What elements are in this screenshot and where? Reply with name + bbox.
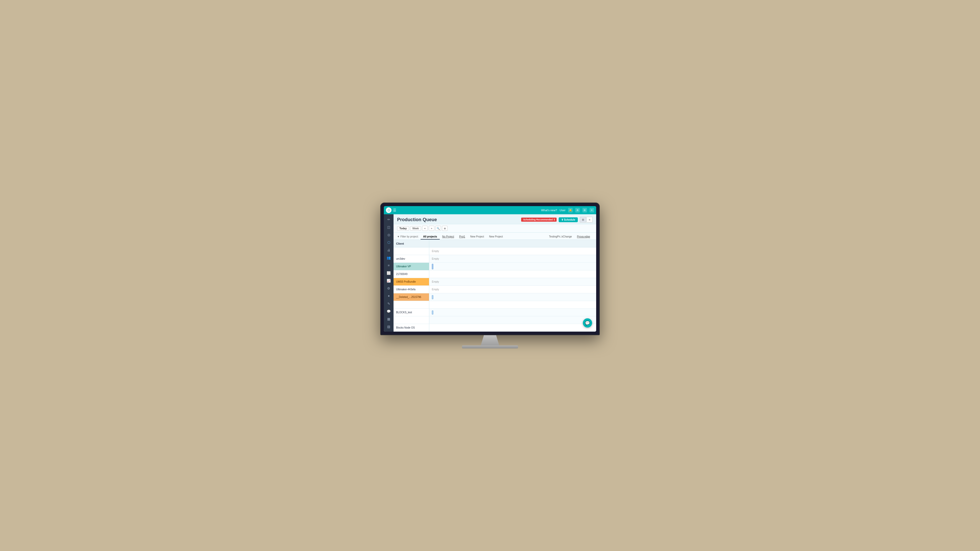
monitor-base — [462, 345, 518, 348]
bell-icon[interactable]: 🔔 — [568, 208, 573, 213]
sidebar: ✏ ◫ ◎ ⬡ 🖨 👥 ≡ ⬜ 📈 ⚙ ✦ ✎ 💬 ▦ ▧ — [384, 214, 393, 332]
client-cell-um3dev: um3dev — [393, 255, 429, 263]
filter-icon: ▼ — [397, 235, 400, 238]
sidebar-item-bar2[interactable]: ▧ — [385, 324, 392, 330]
data-cell-11 — [429, 324, 596, 332]
sidebar-item-pen[interactable]: ✎ — [385, 300, 392, 306]
data-cell-bar-2 — [429, 293, 596, 301]
whats-new-link[interactable]: What's new? — [541, 209, 557, 212]
view-toggle: ⊞ ≡ — [580, 217, 593, 222]
data-cell-5: Empty — [429, 278, 596, 286]
scheduling-recommended-badge[interactable]: Scheduling Recommended ℹ — [521, 218, 557, 222]
client-cell-ums5: UMS5 ProBundle — [393, 278, 429, 286]
sidebar-item-list[interactable]: ≡ — [385, 262, 392, 268]
filter-button[interactable]: ⊗ — [442, 226, 448, 231]
client-cell-ultimaker-vp: Ultimaker VP — [393, 263, 429, 270]
client-column-header: Client — [393, 240, 429, 248]
page-header: Production Queue Scheduling Recommended … — [393, 214, 596, 224]
client-cell-ultimaker-443: Ultimaker-443efa — [393, 286, 429, 293]
page-title: Production Queue — [397, 217, 437, 222]
sidebar-item-circle[interactable]: ◎ — [385, 232, 392, 238]
search-button[interactable]: 🔍 — [435, 226, 441, 231]
client-cell-21700049: 21700049 — [393, 270, 429, 278]
header-actions: Scheduling Recommended ℹ ⬆ Schedule ⊞ ≡ — [521, 217, 593, 222]
sidebar-item-chat[interactable]: 💬 — [385, 308, 392, 314]
main-content: Production Queue Scheduling Recommended … — [393, 214, 596, 332]
data-cell-8 — [429, 301, 596, 309]
client-cell-1 — [393, 248, 429, 255]
sidebar-item-star[interactable]: ✦ — [385, 293, 392, 299]
client-cell-empty-2 — [393, 316, 429, 324]
sidebar-item-gear[interactable]: ⚙ — [385, 285, 392, 291]
data-cell-bar-1 — [429, 263, 596, 270]
filter-tab-new-project-1[interactable]: New Project — [468, 234, 487, 240]
close-icon[interactable]: ✕ — [590, 208, 594, 213]
data-cell-10 — [429, 316, 596, 324]
sidebar-item-box[interactable]: ⬜ — [385, 270, 392, 276]
monitor-neck — [475, 335, 505, 345]
filter-label: ▼ Filter by project: — [397, 235, 418, 240]
user-label: User — [560, 209, 566, 212]
logo-icon: ⬡ — [386, 207, 391, 213]
grid-icon[interactable]: ⊞ — [582, 208, 587, 213]
client-cell-empty-1 — [393, 301, 429, 309]
data-cell-4 — [429, 270, 596, 278]
filter-tab-new-project-2[interactable]: New Project — [487, 234, 505, 240]
list-view-button[interactable]: ≡ — [587, 217, 593, 222]
hamburger-icon[interactable]: ☰ — [393, 208, 396, 212]
today-button[interactable]: Today — [397, 226, 409, 230]
data-cell-1: Empty — [429, 248, 596, 255]
next-next-button[interactable]: » — [429, 226, 434, 231]
info-icon: ℹ — [554, 218, 555, 221]
sidebar-item-users[interactable]: 👥 — [385, 254, 392, 261]
sidebar-item-chart[interactable]: 📈 — [385, 278, 392, 284]
sidebar-item-dashboard[interactable]: ◫ — [385, 224, 392, 230]
client-cell-deleted: __Deleted_...2515796 — [393, 293, 429, 301]
filter-tab-all-projects[interactable]: All projects — [421, 234, 439, 240]
filter-tab-proj1[interactable]: Proj1 — [457, 234, 468, 240]
filter-bar: ▼ Filter by project: All projects No Pro… — [393, 233, 596, 240]
filter-tab-testing[interactable]: TestingPri..kChange — [546, 234, 574, 240]
client-column: Client um3dev Ultimaker VP 21700049 UMS5… — [393, 240, 429, 332]
sidebar-item-hex[interactable]: ⬡ — [385, 239, 392, 245]
data-column: Empty Empty Empty Empty — [429, 240, 596, 332]
sidebar-item-edit[interactable]: ✏ — [385, 216, 392, 222]
filter-tab-prova[interactable]: Prova edge — [574, 234, 593, 240]
prev-prev-button[interactable]: « — [422, 226, 428, 231]
queue-grid: Client um3dev Ultimaker VP 21700049 UMS5… — [393, 240, 596, 332]
week-button[interactable]: Week — [410, 226, 421, 230]
schedule-button[interactable]: ⬆ Schedule — [558, 218, 578, 222]
sidebar-item-bar[interactable]: ▦ — [385, 316, 392, 322]
data-column-header — [429, 240, 596, 248]
chat-fab-button[interactable]: 💬 — [583, 318, 592, 327]
grid-view-button[interactable]: ⊞ — [580, 217, 586, 222]
sidebar-item-print[interactable]: 🖨 — [385, 247, 392, 253]
calendar-toolbar: Today Week « » 🔍 ⊗ — [393, 224, 596, 233]
data-cell-6: Empty — [429, 286, 596, 293]
settings-icon[interactable]: ⚙ — [575, 208, 580, 213]
client-cell-blocks: BLOCKS_test — [393, 309, 429, 316]
client-cell-blocks-node: Blocks Node OS — [393, 324, 429, 332]
data-cell-2: Empty — [429, 255, 596, 263]
filter-tab-no-project[interactable]: No Project — [440, 234, 457, 240]
data-cell-bar-3 — [429, 309, 596, 316]
top-bar: ⬡ ☰ What's new? User 🔔 ⚙ ⊞ ✕ — [384, 206, 596, 214]
